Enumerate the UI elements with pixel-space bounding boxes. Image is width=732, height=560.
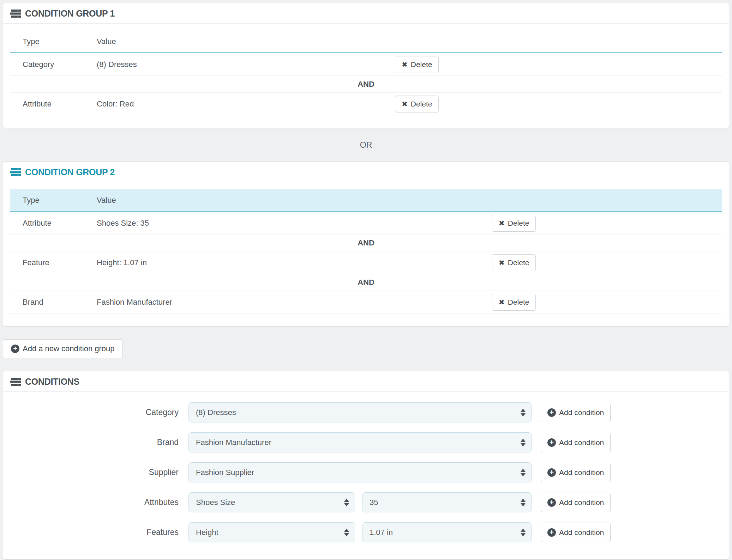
add-condition-label: Add condition — [559, 408, 604, 417]
panel-title: CONDITIONS — [25, 377, 79, 387]
add-condition-label: Add condition — [559, 438, 604, 447]
feature-value-select-value: 1.07 in — [370, 528, 393, 537]
or-separator: OR — [3, 128, 729, 162]
and-separator: AND — [10, 235, 722, 251]
table-row: Brand Fashion Manufacturer Delete — [10, 291, 722, 314]
condition-type: Brand — [10, 298, 97, 307]
table-row: Attribute Color: Red Delete — [10, 93, 722, 115]
condition-type: Feature — [10, 258, 97, 267]
select-arrows-icon — [521, 499, 526, 506]
and-separator: AND — [10, 274, 722, 291]
condition-group-2-table: Type Value Attribute Shoes Size: 35 Dele… — [10, 189, 722, 314]
add-condition-group-button[interactable]: Add a new condition group — [3, 339, 123, 358]
conditions-header: CONDITIONS — [3, 371, 729, 392]
add-condition-button[interactable]: Add condition — [541, 493, 611, 512]
condition-type: Attribute — [10, 99, 97, 109]
column-header-value: Value — [97, 196, 492, 205]
add-condition-button[interactable]: Add condition — [541, 403, 611, 422]
add-condition-label: Add condition — [559, 528, 604, 537]
select-arrows-icon — [344, 499, 349, 506]
add-group-row: Add a new condition group — [3, 339, 729, 358]
condition-group-icon — [10, 168, 21, 177]
attribute-value-select[interactable]: 35 — [362, 492, 532, 512]
table-header-row-highlighted: Type Value — [10, 189, 722, 212]
feature-value-select[interactable]: 1.07 in — [362, 522, 532, 542]
add-condition-label: Add condition — [559, 498, 604, 507]
column-header-type: Type — [10, 37, 97, 46]
delete-cell: Delete — [395, 96, 439, 112]
condition-value: Color: Red — [97, 99, 395, 109]
supplier-select-value: Fashion Supplier — [196, 468, 254, 477]
condition-value: Height: 1.07 in — [97, 258, 492, 267]
add-condition-button[interactable]: Add condition — [541, 463, 611, 482]
condition-type: Attribute — [10, 219, 97, 228]
brand-select[interactable]: Fashion Manufacturer — [188, 432, 532, 452]
delete-button-label: Delete — [411, 60, 432, 69]
panel-title: CONDITION GROUP 1 — [25, 8, 115, 19]
brand-label: Brand — [10, 438, 188, 447]
plus-circle-icon — [547, 498, 556, 507]
add-condition-button[interactable]: Add condition — [541, 523, 611, 542]
form-row-category: Category (8) Dresses Add condition — [10, 402, 722, 422]
delete-button[interactable]: Delete — [395, 56, 439, 73]
conditions-form: Category (8) Dresses Add condition Brand… — [3, 392, 729, 559]
condition-group-1-table: Type Value Category (8) Dresses Delete A… — [10, 31, 722, 115]
x-icon — [499, 298, 505, 306]
plus-circle-icon — [547, 408, 556, 417]
delete-cell: Delete — [492, 215, 536, 232]
add-condition-group-label: Add a new condition group — [23, 344, 115, 353]
and-separator: AND — [10, 76, 722, 93]
plus-circle-icon — [547, 468, 556, 477]
form-row-supplier: Supplier Fashion Supplier Add condition — [10, 462, 722, 482]
form-row-brand: Brand Fashion Manufacturer Add condition — [10, 432, 722, 452]
category-label: Category — [10, 408, 188, 417]
conditions-panel: CONDITIONS Category (8) Dresses Add cond… — [3, 371, 729, 560]
delete-button[interactable]: Delete — [492, 294, 536, 311]
delete-cell: Delete — [492, 294, 536, 311]
supplier-select[interactable]: Fashion Supplier — [188, 462, 532, 482]
condition-group-2-panel: CONDITION GROUP 2 Type Value Attribute S… — [3, 162, 729, 327]
condition-value: Shoes Size: 35 — [97, 219, 492, 228]
delete-button[interactable]: Delete — [492, 215, 536, 232]
category-select[interactable]: (8) Dresses — [188, 402, 532, 422]
panel-title: CONDITION GROUP 2 — [25, 167, 115, 177]
features-label: Features — [10, 528, 188, 537]
select-arrows-icon — [521, 439, 526, 446]
feature-select[interactable]: Height — [188, 522, 355, 542]
select-arrows-icon — [521, 409, 526, 416]
delete-button[interactable]: Delete — [395, 96, 439, 112]
delete-cell: Delete — [492, 254, 536, 271]
delete-button-label: Delete — [411, 100, 432, 108]
table-row: Attribute Shoes Size: 35 Delete — [10, 212, 722, 235]
form-row-attributes: Attributes Shoes Size 35 Add condition — [10, 492, 722, 512]
x-icon — [402, 100, 408, 108]
delete-button-label: Delete — [508, 298, 529, 306]
select-arrows-icon — [521, 529, 526, 536]
column-header-value: Value — [97, 37, 395, 46]
condition-group-2-header: CONDITION GROUP 2 — [3, 162, 729, 182]
delete-button-label: Delete — [508, 219, 529, 227]
supplier-label: Supplier — [10, 468, 188, 477]
attributes-label: Attributes — [10, 498, 188, 507]
attribute-group-select[interactable]: Shoes Size — [188, 492, 355, 512]
x-icon — [402, 60, 408, 69]
table-row: Category (8) Dresses Delete — [10, 53, 722, 76]
attribute-value-select-value: 35 — [370, 498, 378, 507]
plus-circle-icon — [547, 528, 556, 537]
table-header-row: Type Value — [10, 31, 722, 53]
add-condition-label: Add condition — [559, 468, 604, 477]
condition-group-1-panel: CONDITION GROUP 1 Type Value Category (8… — [3, 3, 729, 128]
plus-circle-icon — [11, 345, 19, 353]
column-header-type: Type — [10, 196, 97, 205]
brand-select-value: Fashion Manufacturer — [196, 438, 271, 447]
delete-button[interactable]: Delete — [492, 254, 536, 271]
delete-button-label: Delete — [508, 258, 529, 267]
select-arrows-icon — [521, 469, 526, 476]
page: CONDITION GROUP 1 Type Value Category (8… — [0, 0, 732, 560]
condition-group-1-header: CONDITION GROUP 1 — [3, 3, 729, 24]
select-arrows-icon — [344, 529, 349, 536]
condition-group-icon — [10, 9, 21, 18]
x-icon — [499, 258, 505, 267]
table-row: Feature Height: 1.07 in Delete — [10, 251, 722, 274]
add-condition-button[interactable]: Add condition — [541, 433, 611, 452]
